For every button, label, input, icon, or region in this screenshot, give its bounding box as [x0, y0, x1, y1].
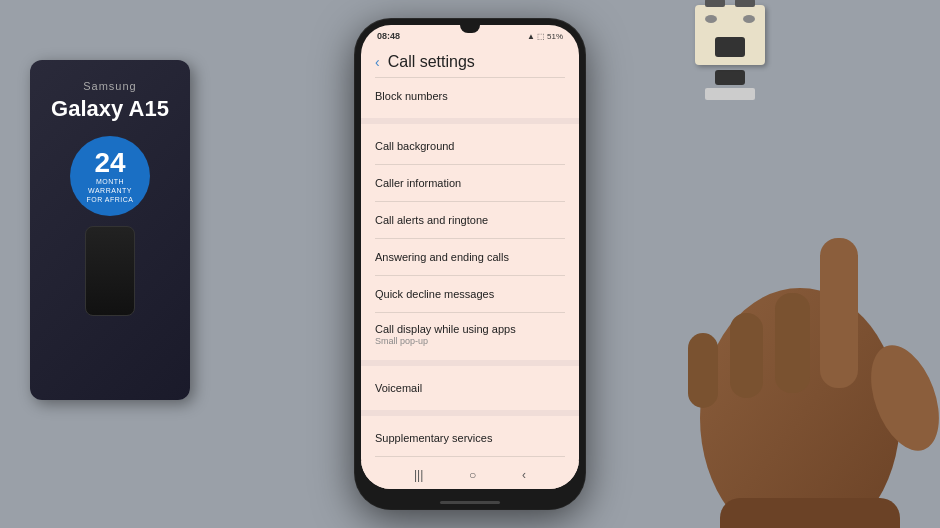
svg-rect-1	[820, 238, 858, 388]
status-time: 08:48	[377, 31, 400, 41]
page-title: Call settings	[388, 53, 475, 71]
chin-bar	[440, 501, 500, 504]
menu-item-title: Voicemail	[375, 382, 565, 394]
box-model-label: Galaxy A15	[51, 97, 169, 121]
menu-item-voicemail[interactable]: Voicemail	[361, 370, 579, 406]
menu-item-title: Caller information	[375, 177, 565, 189]
menu-item-title: Block numbers	[375, 90, 565, 102]
warranty-number: 24	[94, 149, 125, 177]
decorative-toy	[680, 5, 780, 135]
menu-item-title: Call display while using apps	[375, 323, 565, 335]
section-divider-3	[361, 410, 579, 416]
menu-item-title: Quick decline messages	[375, 288, 565, 300]
menu-item-supplementary[interactable]: Supplementary services	[361, 420, 579, 456]
menu-item-title: Answering and ending calls	[375, 251, 565, 263]
warranty-badge: 24 MONTHWARRANTYFOR AFRICA	[70, 136, 150, 216]
menu-item-call-background[interactable]: Call background	[361, 128, 579, 164]
hand	[620, 118, 940, 528]
screen-content: ‹ Call settings Block numbers Call backg…	[361, 45, 579, 461]
menu-item-block-numbers[interactable]: Block numbers	[361, 78, 579, 114]
nav-bar: ||| ○ ‹	[361, 461, 579, 489]
box-phone-image	[85, 226, 135, 316]
menu-item-subtitle: Small pop-up	[375, 336, 565, 346]
back-button[interactable]: ‹	[375, 54, 380, 70]
menu-item-title: Supplementary services	[375, 432, 565, 444]
menu-item-title: Call alerts and ringtone	[375, 214, 565, 226]
menu-item-title: Call background	[375, 140, 565, 152]
svg-rect-6	[720, 498, 900, 528]
toy-connector	[715, 70, 745, 85]
signal-icon: ▲	[527, 32, 535, 41]
status-icons: ▲ ⬚ 51%	[527, 32, 563, 41]
svg-rect-2	[775, 293, 810, 393]
menu-item-call-display[interactable]: Call display while using apps Small pop-…	[361, 313, 579, 356]
menu-item-quick-decline[interactable]: Quick decline messages	[361, 276, 579, 312]
menu-item-answering-ending[interactable]: Answering and ending calls	[361, 239, 579, 275]
wifi-icon: ⬚	[537, 32, 545, 41]
section-divider-1	[361, 118, 579, 124]
product-box: Samsung Galaxy A15 24 MONTHWARRANTYFOR A…	[30, 60, 230, 430]
phone-device: 08:48 ▲ ⬚ 51% ‹ Call settings Block numb…	[355, 19, 585, 509]
section-divider-2	[361, 360, 579, 366]
home-button[interactable]: ○	[469, 468, 476, 482]
recent-apps-button[interactable]: |||	[414, 468, 423, 482]
menu-item-caller-info[interactable]: Caller information	[361, 165, 579, 201]
warranty-text: MONTHWARRANTYFOR AFRICA	[86, 177, 133, 204]
svg-rect-3	[730, 313, 763, 398]
back-nav-button[interactable]: ‹	[522, 468, 526, 482]
box-brand-label: Samsung	[83, 80, 136, 92]
box-body: Samsung Galaxy A15 24 MONTHWARRANTYFOR A…	[30, 60, 190, 400]
phone-chin	[355, 495, 585, 509]
toy-block	[695, 5, 765, 65]
menu-item-call-alerts[interactable]: Call alerts and ringtone	[361, 202, 579, 238]
settings-header: ‹ Call settings	[361, 45, 579, 77]
phone-screen: 08:48 ▲ ⬚ 51% ‹ Call settings Block numb…	[361, 25, 579, 489]
svg-rect-4	[688, 333, 718, 408]
battery-icon: 51%	[547, 32, 563, 41]
